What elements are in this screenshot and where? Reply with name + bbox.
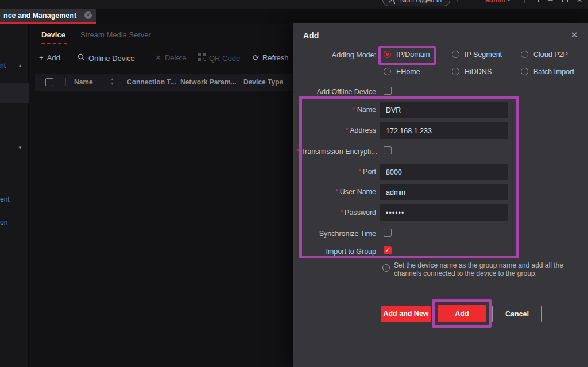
navigation-sidebar: nt ▲ ▼ ent on: [0, 24, 29, 367]
info-icon: i: [382, 264, 390, 272]
column-header-connection-type[interactable]: Connection T...: [127, 78, 176, 86]
not-logged-in-button[interactable]: Not Logged In: [382, 0, 450, 6]
add-offline-device-label: Add Offline Device: [304, 88, 376, 96]
page-tab-strip: nce and Management ✕: [0, 9, 588, 24]
sidebar-item-selected[interactable]: [0, 83, 29, 103]
minimize-icon[interactable]: ─: [548, 0, 553, 5]
tab-stream-media-server[interactable]: Stream Media Server: [80, 30, 151, 39]
maximize-icon[interactable]: [562, 0, 568, 5]
name-field[interactable]: [380, 102, 508, 118]
x-icon: ✕: [155, 53, 161, 62]
add-offline-device-checkbox[interactable]: [384, 87, 392, 95]
radio-hiddns[interactable]: HiDDNS: [452, 68, 492, 76]
sidebar-item-configuration[interactable]: on: [0, 218, 29, 226]
tab-device[interactable]: Device: [41, 30, 65, 39]
password-label: Password: [304, 208, 376, 217]
radio-batch-import[interactable]: Batch Import: [521, 68, 574, 76]
panel-layout-icon[interactable]: [533, 0, 539, 5]
group-note-text: Set the device name as the group name an…: [394, 261, 583, 277]
port-label: Port: [304, 168, 376, 176]
sidebar-item-event[interactable]: ent: [0, 195, 29, 203]
user-name-label: User Name: [304, 188, 376, 196]
select-all-checkbox[interactable]: [45, 78, 53, 86]
import-to-group-checkbox[interactable]: [384, 246, 392, 254]
list-icon[interactable]: ≔: [457, 0, 463, 5]
add-device-dialog: Add ✕ Adding Mode: IP/Domain IP Segment …: [293, 23, 588, 367]
password-field[interactable]: [380, 204, 508, 221]
delete-button[interactable]: ✕Delete: [155, 53, 186, 65]
radio-icon: [452, 68, 459, 75]
open-window-icon[interactable]: [473, 0, 478, 5]
transmission-encryption-label: Transmission Encrypti...: [296, 148, 376, 156]
sidebar-item-device-management[interactable]: nt ▲: [0, 61, 29, 69]
active-tab-underline: [0, 22, 96, 24]
cancel-button[interactable]: Cancel: [492, 306, 542, 322]
add-and-new-button[interactable]: Add and New: [381, 306, 431, 322]
dialog-close-icon[interactable]: ✕: [571, 30, 578, 40]
refresh-icon: ⟳: [253, 53, 259, 62]
column-header-network-parameters[interactable]: Network Param...: [180, 78, 236, 86]
radio-icon: [521, 51, 528, 58]
address-label: Address: [304, 126, 376, 134]
name-label: Name: [304, 106, 376, 114]
close-window-icon[interactable]: ✕: [577, 0, 582, 5]
tab-maintenance-and-management[interactable]: nce and Management ✕: [0, 9, 96, 22]
user-caret-down-icon[interactable]: ▾: [508, 0, 510, 5]
page-tab-label: nce and Management: [3, 11, 76, 20]
dialog-title: Add: [303, 31, 319, 40]
adding-mode-label: Adding Mode:: [304, 51, 376, 59]
current-user-label[interactable]: admin: [485, 0, 505, 5]
ivms-window: Not Logged In ≔ admin ▾ ─ ✕ nce and Mana…: [0, 0, 588, 367]
radio-icon: [384, 51, 391, 58]
sort-arrows-icon[interactable]: ▲▼: [110, 77, 114, 86]
plus-icon: +: [39, 53, 44, 62]
search-icon: [78, 53, 85, 63]
login-status-label: Not Logged In: [400, 0, 442, 3]
synchronize-time-checkbox[interactable]: [384, 229, 392, 237]
add-button[interactable]: Add: [438, 305, 486, 322]
refresh-button[interactable]: ⟳Refresh: [253, 53, 288, 65]
titlebar-divider: [524, 0, 525, 3]
qr-code-button[interactable]: QR Code: [198, 53, 240, 65]
import-to-group-label: Import to Group: [304, 248, 376, 256]
radio-icon: [521, 68, 528, 75]
radio-ip-segment[interactable]: IP Segment: [452, 51, 502, 59]
column-header-device-type[interactable]: Device Type: [243, 78, 283, 86]
chevron-down-icon: ▼: [18, 145, 22, 150]
device-tab-underline: [41, 43, 67, 44]
tab-close-icon[interactable]: ✕: [84, 11, 92, 19]
person-icon: [389, 0, 395, 3]
radio-ehome[interactable]: EHome: [384, 68, 420, 76]
radio-icon: [452, 51, 459, 58]
column-header-name[interactable]: Name: [74, 78, 93, 86]
user-name-field[interactable]: [380, 184, 508, 200]
port-field[interactable]: [380, 164, 508, 180]
radio-ip-domain[interactable]: IP/Domain: [384, 51, 430, 59]
add-device-button[interactable]: +Add: [39, 53, 60, 65]
chevron-up-icon: ▲: [18, 63, 22, 68]
qr-code-icon: [198, 53, 206, 63]
transmission-encryption-checkbox[interactable]: [384, 146, 392, 154]
device-table-header: Name ▲▼ Connection T... Network Param...…: [35, 74, 301, 91]
synchronize-time-label: Synchronize Time: [304, 230, 376, 238]
radio-icon: [384, 68, 391, 75]
address-field[interactable]: [380, 122, 508, 139]
radio-cloud-p2p[interactable]: Cloud P2P: [521, 51, 568, 59]
titlebar: Not Logged In ≔ admin ▾ ─ ✕: [0, 0, 588, 9]
online-device-button[interactable]: Online Device: [78, 53, 135, 65]
